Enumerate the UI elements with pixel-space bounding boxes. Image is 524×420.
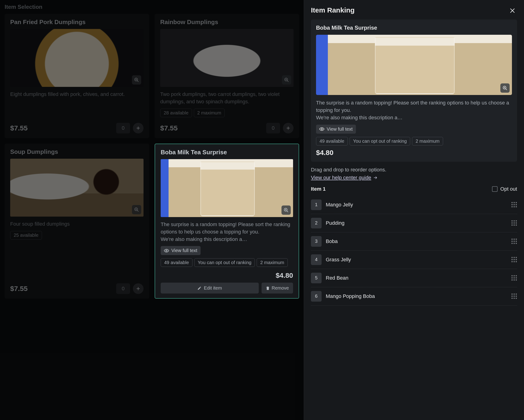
edit-item-label: Edit item <box>204 286 222 291</box>
item-image <box>10 29 144 87</box>
optout-chip: You can opt out of ranking <box>194 258 255 267</box>
quantity-value: 0 <box>116 123 130 134</box>
item-card-soup: Soup Dumplings Four soup filled dumpling… <box>5 144 149 299</box>
svg-point-22 <box>166 250 167 251</box>
rank-option-label: Pudding <box>326 220 507 226</box>
ranking-row[interactable]: 3Boba <box>311 232 517 251</box>
magnify-plus-icon[interactable] <box>132 75 141 84</box>
magnify-plus-icon[interactable] <box>281 205 291 215</box>
section-title: Item Selection <box>5 4 299 10</box>
magnify-plus-icon[interactable] <box>132 205 141 214</box>
item-title: Rainbow Dumplings <box>160 18 294 26</box>
detail-card: Boba Milk Tea Surprise The surprise is a… <box>311 19 517 162</box>
availability-chip: 49 available <box>161 258 192 267</box>
maximum-chip: 2 maximum <box>257 258 288 267</box>
rank-option-label: Mango Jelly <box>326 202 507 208</box>
remove-item-button[interactable]: Remove <box>262 283 293 294</box>
ranking-row[interactable]: 6Mango Popping Boba <box>311 287 517 306</box>
maximum-chip: 2 maximum <box>412 137 443 145</box>
availability-chip: 28 available <box>160 109 192 117</box>
item-price: $7.55 <box>10 124 28 132</box>
rank-number: 1 <box>311 200 322 210</box>
detail-item-image <box>316 35 512 95</box>
item-ranking-panel: Item Ranking Boba Milk Tea Surprise The … <box>304 0 524 420</box>
svg-point-27 <box>321 128 323 130</box>
drag-handle-icon[interactable] <box>511 238 517 244</box>
edit-item-button[interactable]: Edit item <box>161 283 259 294</box>
item-image <box>160 29 294 87</box>
item-price: $4.80 <box>276 271 293 279</box>
ranking-list: 1Mango Jelly2Pudding3Boba4Grass Jelly5Re… <box>311 196 517 306</box>
checkbox-icon <box>492 186 498 192</box>
drag-handle-icon[interactable] <box>511 257 517 263</box>
item-card-boba-selected: Boba Milk Tea Surprise The surprise is a… <box>155 144 299 299</box>
item-card-rainbow: Rainbow Dumplings Two pork dumplings, tw… <box>155 14 299 138</box>
item-description: Eight dumplings filled with pork, chives… <box>10 91 144 98</box>
item-price: $7.55 <box>10 285 28 293</box>
reorder-hint: Drag and drop to reorder options. <box>311 167 517 173</box>
rank-number: 2 <box>311 218 322 228</box>
add-button[interactable] <box>133 123 144 134</box>
add-button[interactable] <box>283 123 294 134</box>
remove-item-label: Remove <box>272 286 289 291</box>
rank-number: 3 <box>311 236 322 247</box>
svg-line-13 <box>137 210 139 211</box>
item-title: Soup Dumplings <box>10 148 144 155</box>
magnify-plus-icon[interactable] <box>282 75 291 84</box>
item-description: Two pork dumplings, two carrot dumplings… <box>160 91 294 105</box>
item-title: Pan Fried Pork Dumplings <box>10 18 144 26</box>
item-description: Four soup filled dumplings <box>10 220 144 228</box>
detail-item-title: Boba Milk Tea Surprise <box>316 25 512 31</box>
close-button[interactable] <box>508 6 517 15</box>
drag-handle-icon[interactable] <box>511 275 517 281</box>
optout-chip: You can opt out of ranking <box>350 137 410 145</box>
rank-option-label: Boba <box>326 238 507 244</box>
ranking-item-label: Item 1 <box>311 186 326 192</box>
view-full-text-button[interactable]: View full text <box>161 246 201 255</box>
pencil-icon <box>197 286 201 290</box>
item-image <box>10 159 144 217</box>
svg-line-19 <box>287 211 288 212</box>
panel-title: Item Ranking <box>311 6 355 14</box>
rank-number: 5 <box>311 273 322 283</box>
drag-handle-icon[interactable] <box>511 220 517 226</box>
item-card-pork: Pan Fried Pork Dumplings Eight dumplings… <box>5 14 149 138</box>
trash-icon <box>266 286 270 290</box>
magnify-plus-icon[interactable] <box>500 84 510 93</box>
svg-line-1 <box>137 81 139 82</box>
view-full-text-label: View full text <box>171 248 197 253</box>
eye-icon <box>164 248 169 253</box>
svg-line-7 <box>287 81 288 82</box>
rank-option-label: Mango Popping Boba <box>326 293 507 299</box>
close-icon <box>509 7 516 14</box>
availability-chip: 49 available <box>316 137 348 145</box>
view-full-text-label: View full text <box>327 126 353 132</box>
item-image <box>161 159 293 217</box>
ranking-row[interactable]: 4Grass Jelly <box>311 251 517 269</box>
rank-number: 4 <box>311 254 322 265</box>
help-center-link[interactable]: View our help center guide <box>311 175 378 181</box>
item-description: The surprise is a random topping! Please… <box>161 221 293 243</box>
item-title: Boba Milk Tea Surprise <box>161 149 293 156</box>
drag-handle-icon[interactable] <box>511 202 517 208</box>
eye-icon <box>319 126 324 132</box>
ranking-row[interactable]: 2Pudding <box>311 214 517 232</box>
drag-handle-icon[interactable] <box>511 293 517 299</box>
svg-line-24 <box>506 89 507 90</box>
ranking-row[interactable]: 5Red Bean <box>311 269 517 287</box>
add-button[interactable] <box>133 283 144 294</box>
rank-option-label: Red Bean <box>326 275 507 281</box>
view-full-text-button[interactable]: View full text <box>316 125 356 134</box>
availability-chip: 25 available <box>10 231 42 240</box>
quantity-value: 0 <box>116 283 130 294</box>
opt-out-label: Opt out <box>500 186 517 192</box>
arrow-right-icon <box>373 175 378 180</box>
opt-out-toggle[interactable]: Opt out <box>492 186 517 192</box>
rank-option-label: Grass Jelly <box>326 257 507 263</box>
maximum-chip: 2 maximum <box>194 109 225 117</box>
ranking-row[interactable]: 1Mango Jelly <box>311 196 517 214</box>
detail-item-description: The surprise is a random topping! Please… <box>316 99 512 121</box>
detail-item-price: $4.80 <box>316 149 512 157</box>
quantity-value: 0 <box>266 123 280 134</box>
help-center-link-label: View our help center guide <box>311 175 371 181</box>
